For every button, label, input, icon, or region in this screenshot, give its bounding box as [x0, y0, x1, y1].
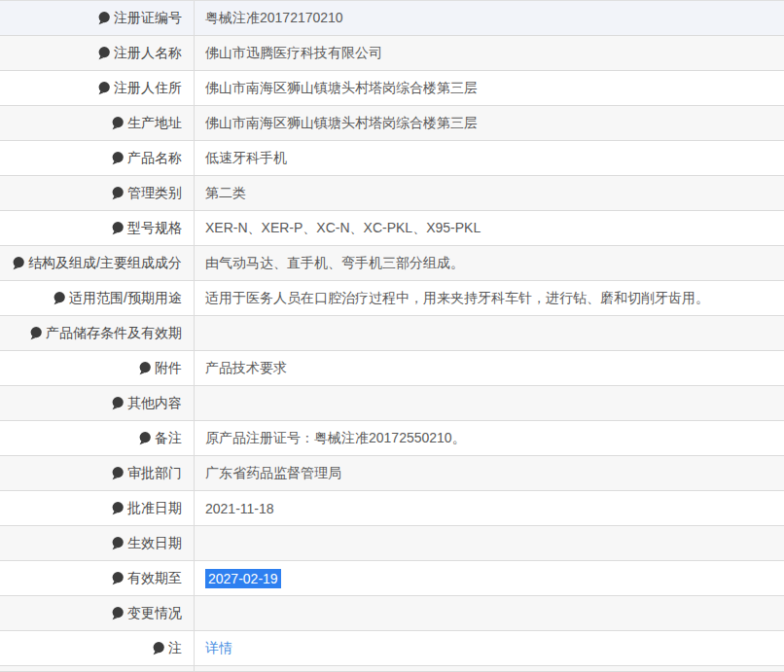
row-value: 适用于医务人员在口腔治疗过程中，用来夹持牙科车针，进行钻、磨和切削牙齿用。	[205, 290, 709, 307]
row-label-cell: 适用范围/预期用途	[0, 281, 195, 315]
row-value: 第二类	[205, 185, 246, 202]
row-value-cell: 详情	[195, 631, 784, 665]
row-value-cell: 由气动马达、直手机、弯手机三部分组成。	[195, 246, 784, 280]
lightbulb-icon	[152, 641, 165, 656]
row-label-cell: 注	[0, 631, 195, 665]
row-value-cell	[195, 316, 784, 350]
row-label-cell: 其他内容	[0, 386, 195, 420]
table-row: 备注 原产品注册证号：粤械注准20172550210。	[0, 421, 784, 456]
table-row: 变更情况	[0, 596, 784, 631]
row-label: 型号规格	[127, 220, 182, 237]
details-link[interactable]: 详情	[205, 640, 232, 657]
lightbulb-icon	[138, 431, 152, 446]
row-label: 批准日期	[127, 500, 182, 517]
lightbulb-icon	[97, 11, 111, 26]
table-row: 型号规格 XER-N、XER-P、XC-N、XC-PKL、X95-PKL	[0, 211, 784, 246]
next-row-label-stub	[0, 666, 195, 671]
row-value-cell: 原产品注册证号：粤械注准20172550210。	[195, 421, 784, 455]
row-value-cell: 适用于医务人员在口腔治疗过程中，用来夹持牙科车针，进行钻、磨和切削牙齿用。	[195, 281, 784, 315]
lightbulb-icon	[111, 396, 125, 411]
table-row: 注 详情	[0, 631, 784, 666]
lightbulb-icon	[111, 501, 125, 516]
row-label: 注册证编号	[114, 10, 182, 27]
table-row: 注册人住所 佛山市南海区狮山镇塘头村塔岗综合楼第三层	[0, 71, 784, 106]
row-value: 佛山市南海区狮山镇塘头村塔岗综合楼第三层	[205, 80, 478, 97]
lightbulb-icon	[53, 291, 66, 306]
row-label: 产品名称	[127, 150, 182, 167]
registration-detail-table: 注册证编号 粤械注准20172170210 注册人名称 佛山市迅腾医疗科技有限公…	[0, 0, 784, 672]
table-row: 注册人名称 佛山市迅腾医疗科技有限公司	[0, 36, 784, 71]
table-row: 审批部门 广东省药品监督管理局	[0, 456, 784, 491]
selected-expiry-date: 2027-02-19	[205, 569, 281, 588]
lightbulb-icon	[111, 571, 125, 586]
table-row: 产品储存条件及有效期	[0, 316, 784, 351]
row-label-cell: 注册证编号	[0, 1, 195, 35]
row-value: 原产品注册证号：粤械注准20172550210。	[205, 430, 466, 447]
row-value-cell: 佛山市南海区狮山镇塘头村塔岗综合楼第三层	[195, 71, 784, 105]
row-value: 低速牙科手机	[205, 150, 287, 167]
lightbulb-icon	[111, 536, 125, 551]
row-value-cell	[195, 596, 784, 630]
row-label-cell: 有效期至	[0, 561, 195, 595]
lightbulb-icon	[111, 186, 125, 201]
row-value: 佛山市南海区狮山镇塘头村塔岗综合楼第三层	[205, 115, 478, 132]
row-label: 审批部门	[127, 465, 182, 482]
row-label-cell: 生效日期	[0, 526, 195, 560]
row-label-cell: 注册人住所	[0, 71, 195, 105]
table-row: 附件 产品技术要求	[0, 351, 784, 386]
row-label-cell: 批准日期	[0, 491, 195, 525]
lightbulb-icon	[111, 116, 125, 131]
row-label-cell: 附件	[0, 351, 195, 385]
row-value-cell: 低速牙科手机	[195, 141, 784, 175]
row-label: 产品储存条件及有效期	[46, 325, 182, 342]
table-row: 注册证编号 粤械注准20172170210	[0, 1, 784, 36]
row-label: 有效期至	[127, 570, 182, 587]
table-row: 管理类别 第二类	[0, 176, 784, 211]
row-value-cell: 2027-02-19	[195, 561, 784, 595]
row-label-cell: 审批部门	[0, 456, 195, 490]
row-value: XER-N、XER-P、XC-N、XC-PKL、X95-PKL	[205, 220, 481, 237]
table-row: 生效日期	[0, 526, 784, 561]
row-value-cell: 广东省药品监督管理局	[195, 456, 784, 490]
row-label: 生产地址	[127, 115, 182, 132]
row-value: 2021-11-18	[205, 501, 274, 516]
row-label: 注册人住所	[114, 80, 182, 97]
row-label: 注	[168, 640, 182, 657]
row-value-cell: 2021-11-18	[195, 491, 784, 525]
table-row: 其他内容	[0, 386, 784, 421]
table-row: 生产地址 佛山市南海区狮山镇塘头村塔岗综合楼第三层	[0, 106, 784, 141]
row-label-cell: 产品储存条件及有效期	[0, 316, 195, 350]
row-value: 粤械注准20172170210	[205, 10, 343, 27]
row-value: 广东省药品监督管理局	[205, 465, 341, 482]
row-value-cell: 第二类	[195, 176, 784, 210]
row-value: 产品技术要求	[205, 360, 287, 377]
lightbulb-icon	[97, 46, 111, 61]
lightbulb-icon	[111, 466, 125, 481]
row-label-cell: 结构及组成/主要组成成分	[0, 246, 195, 280]
row-value: 佛山市迅腾医疗科技有限公司	[205, 45, 382, 62]
row-label-cell: 变更情况	[0, 596, 195, 630]
row-label: 附件	[155, 360, 182, 377]
row-label-cell: 管理类别	[0, 176, 195, 210]
table-row: 批准日期 2021-11-18	[0, 491, 784, 526]
row-label: 结构及组成/主要组成成分	[28, 255, 182, 272]
row-value-cell: 产品技术要求	[195, 351, 784, 385]
lightbulb-icon	[12, 256, 25, 271]
row-value-cell: 佛山市迅腾医疗科技有限公司	[195, 36, 784, 70]
lightbulb-icon	[29, 326, 43, 341]
next-row-partial	[0, 666, 784, 672]
row-value-cell	[195, 526, 784, 560]
table-row: 产品名称 低速牙科手机	[0, 141, 784, 176]
row-label-cell: 注册人名称	[0, 36, 195, 70]
row-label-cell: 型号规格	[0, 211, 195, 245]
row-label: 备注	[155, 430, 182, 447]
row-value: 由气动马达、直手机、弯手机三部分组成。	[205, 255, 464, 272]
row-label: 管理类别	[127, 185, 182, 202]
row-value-cell: 佛山市南海区狮山镇塘头村塔岗综合楼第三层	[195, 106, 784, 140]
row-label: 注册人名称	[114, 45, 182, 62]
row-value-cell: 粤械注准20172170210	[195, 1, 784, 35]
lightbulb-icon	[138, 361, 152, 376]
lightbulb-icon	[111, 151, 125, 166]
row-label: 生效日期	[127, 535, 182, 552]
lightbulb-icon	[97, 81, 111, 96]
